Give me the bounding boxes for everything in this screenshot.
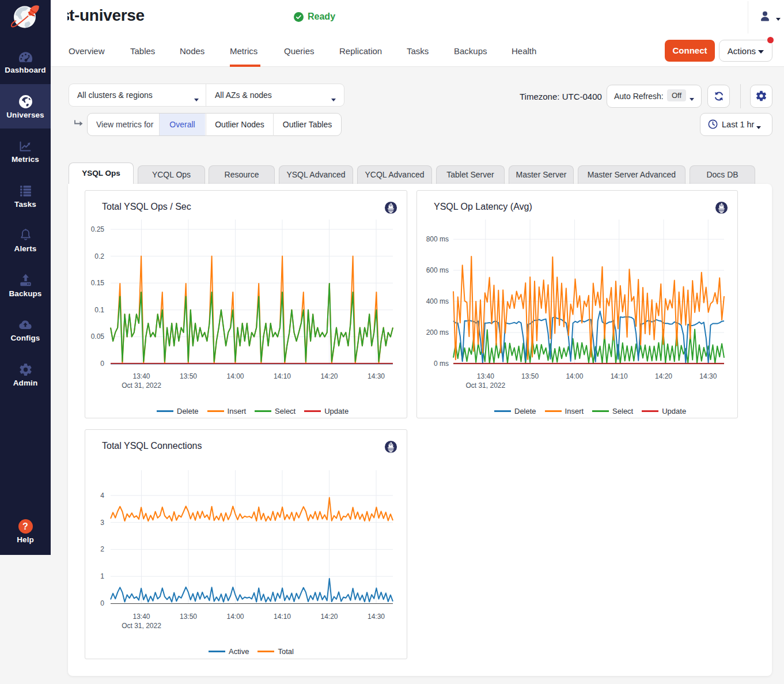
- svg-text:4: 4: [100, 492, 104, 500]
- svg-text:14:20: 14:20: [320, 613, 338, 621]
- svg-text:13:40: 13:40: [477, 372, 494, 380]
- svg-text:0 ms: 0 ms: [434, 360, 449, 368]
- svg-text:400 ms: 400 ms: [426, 297, 449, 305]
- svg-text:Oct 31, 2022: Oct 31, 2022: [122, 381, 161, 390]
- svg-text:0.25: 0.25: [91, 225, 105, 233]
- svg-text:14:30: 14:30: [699, 372, 717, 380]
- svg-text:200 ms: 200 ms: [426, 328, 449, 337]
- svg-text:14:30: 14:30: [368, 613, 385, 621]
- svg-text:13:40: 13:40: [132, 613, 150, 621]
- svg-text:800 ms: 800 ms: [426, 235, 449, 243]
- svg-text:600 ms: 600 ms: [426, 266, 449, 274]
- svg-text:3: 3: [100, 519, 104, 527]
- svg-text:13:50: 13:50: [521, 372, 539, 380]
- svg-text:0: 0: [100, 360, 104, 368]
- svg-text:0.05: 0.05: [91, 332, 105, 341]
- svg-text:0.15: 0.15: [91, 279, 105, 287]
- svg-text:13:40: 13:40: [132, 372, 150, 380]
- svg-text:14:10: 14:10: [611, 372, 628, 380]
- svg-text:14:10: 14:10: [274, 613, 291, 621]
- svg-text:2: 2: [100, 545, 104, 553]
- svg-text:0.1: 0.1: [94, 306, 104, 314]
- svg-text:13:50: 13:50: [180, 372, 197, 380]
- svg-text:14:00: 14:00: [226, 372, 244, 380]
- svg-text:14:20: 14:20: [655, 372, 672, 380]
- svg-text:14:10: 14:10: [274, 372, 291, 380]
- svg-text:14:00: 14:00: [566, 372, 583, 380]
- svg-text:13:50: 13:50: [180, 613, 197, 621]
- svg-text:1: 1: [100, 572, 104, 580]
- svg-text:0.2: 0.2: [94, 252, 104, 260]
- svg-text:Oct 31, 2022: Oct 31, 2022: [122, 622, 161, 630]
- svg-text:14:20: 14:20: [320, 372, 338, 380]
- svg-text:Oct 31, 2022: Oct 31, 2022: [465, 381, 505, 390]
- svg-text:0: 0: [100, 599, 104, 607]
- svg-text:14:30: 14:30: [368, 372, 385, 380]
- svg-text:14:00: 14:00: [226, 613, 244, 621]
